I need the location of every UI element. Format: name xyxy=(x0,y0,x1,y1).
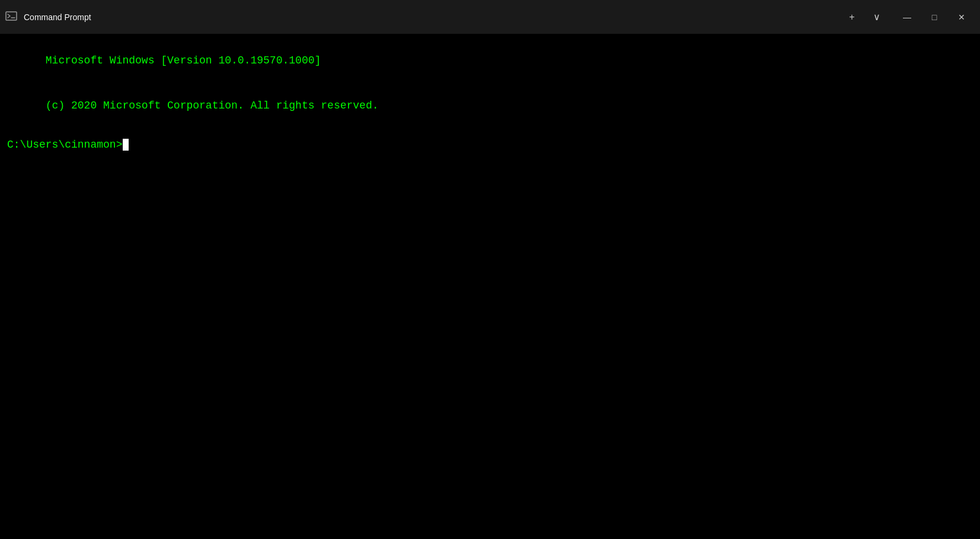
window-buttons: — □ ✕ xyxy=(893,7,975,28)
terminal-body[interactable]: Microsoft Windows [Version 10.0.19570.10… xyxy=(0,34,980,539)
cmd-icon xyxy=(5,11,18,24)
version-line: Microsoft Windows [Version 10.0.19570.10… xyxy=(46,55,321,66)
svg-rect-0 xyxy=(6,12,17,20)
cursor-blink xyxy=(123,139,129,151)
maximize-button[interactable]: □ xyxy=(921,7,948,28)
close-button[interactable]: ✕ xyxy=(948,7,975,28)
prompt-text: C:\Users\cinnamon> xyxy=(7,139,122,151)
titlebar: Command Prompt + ∨ — □ ✕ xyxy=(0,0,980,34)
terminal-output: Microsoft Windows [Version 10.0.19570.10… xyxy=(7,39,973,128)
titlebar-left: Command Prompt xyxy=(5,11,840,24)
tab-dropdown-button[interactable]: ∨ xyxy=(865,5,889,29)
titlebar-controls: + ∨ xyxy=(840,5,889,29)
minimize-button[interactable]: — xyxy=(893,7,921,28)
window-title: Command Prompt xyxy=(24,12,91,22)
new-tab-button[interactable]: + xyxy=(840,5,864,29)
copyright-line: (c) 2020 Microsoft Corporation. All righ… xyxy=(46,100,379,111)
prompt-line: C:\Users\cinnamon> xyxy=(7,139,973,151)
command-prompt-window: Command Prompt + ∨ — □ ✕ Microsoft Windo… xyxy=(0,0,980,539)
